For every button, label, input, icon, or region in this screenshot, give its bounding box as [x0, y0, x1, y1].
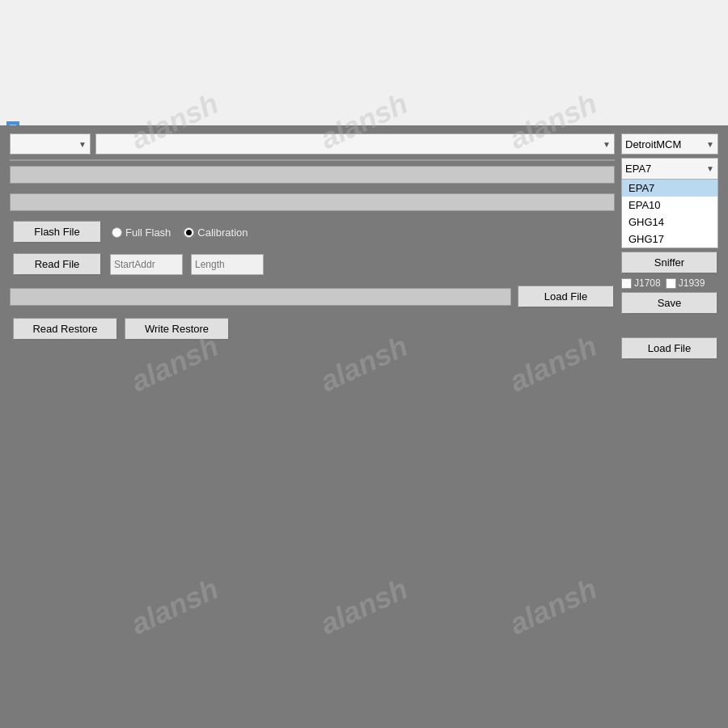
- detroit-arrow: ▼: [706, 140, 714, 149]
- epa-option-epa7[interactable]: EPA7: [622, 180, 717, 197]
- epa-option-ghg14[interactable]: GHG14: [622, 214, 717, 231]
- epa-option-epa10[interactable]: EPA10: [622, 197, 717, 214]
- checkbox-j1708[interactable]: J1708: [621, 277, 661, 289]
- epa-option-ghg17[interactable]: GHG17: [622, 231, 717, 248]
- radio-full-flash-label: Full Flash: [125, 226, 171, 239]
- epa-arrow: ▼: [706, 164, 714, 173]
- length-input[interactable]: [191, 254, 264, 275]
- right-panel: DetroitMCM ▼ EPA7 ▼ EPA7 EPA10 GHG14 GHG…: [621, 133, 718, 360]
- checkbox-j1939-box: [666, 278, 676, 289]
- flash-section: Flash File Full Flash Calibration: [10, 221, 615, 243]
- radio-full-flash[interactable]: Full Flash: [112, 226, 171, 239]
- lower-load-row: Load File: [10, 286, 615, 308]
- detroit-dropdown[interactable]: DetroitMCM ▼: [621, 133, 718, 154]
- dropdown-left-arrow: ▼: [78, 140, 87, 149]
- load-file-top-button[interactable]: Load File: [621, 337, 718, 360]
- radio-group: Full Flash Calibration: [112, 226, 248, 239]
- read-restore-button[interactable]: Read Restore: [13, 318, 118, 341]
- lower-load-bar: [10, 288, 511, 306]
- restore-section: Read Restore Write Restore: [10, 318, 615, 341]
- checkbox-j1708-box: [621, 278, 632, 289]
- checkbox-j1939[interactable]: J1939: [666, 277, 705, 289]
- checkbox-j1939-label: J1939: [679, 277, 705, 289]
- checkbox-j1708-label: J1708: [634, 277, 661, 289]
- write-restore-button[interactable]: Write Restore: [125, 318, 230, 341]
- save-button[interactable]: Save: [621, 292, 718, 315]
- radio-calibration[interactable]: Calibration: [184, 226, 248, 239]
- app-window: ▼ ▼ Flash File Full Flash: [0, 125, 728, 728]
- radio-calibration-label: Calibration: [197, 226, 248, 239]
- epa-selected-value: EPA7: [625, 163, 651, 175]
- detroit-dropdown-value: DetroitMCM: [625, 138, 681, 150]
- read-section: Read File: [10, 253, 615, 276]
- title-bar-area: [0, 0, 728, 125]
- progress-bar-2: [10, 193, 615, 211]
- spacer-1: [621, 318, 718, 334]
- read-file-button[interactable]: Read File: [13, 253, 102, 276]
- progress-bar-1: [10, 166, 615, 184]
- checkbox-row: J1708 J1939: [621, 277, 718, 289]
- epa-dropdown-header[interactable]: EPA7 ▼: [622, 159, 717, 180]
- main-display-area: [10, 159, 615, 161]
- dropdown-main-arrow: ▼: [603, 140, 611, 149]
- sniffer-button[interactable]: Sniffer: [621, 252, 718, 274]
- start-addr-input[interactable]: [110, 254, 183, 275]
- radio-full-flash-circle: [112, 227, 122, 238]
- load-file-bottom-button[interactable]: Load File: [518, 286, 615, 308]
- epa-dropdown[interactable]: EPA7 ▼ EPA7 EPA10 GHG14 GHG17: [621, 158, 718, 248]
- radio-calibration-circle: [184, 227, 194, 238]
- dropdown-main[interactable]: ▼: [95, 133, 615, 154]
- flash-file-button[interactable]: Flash File: [13, 221, 102, 243]
- dropdown-left[interactable]: ▼: [10, 133, 91, 154]
